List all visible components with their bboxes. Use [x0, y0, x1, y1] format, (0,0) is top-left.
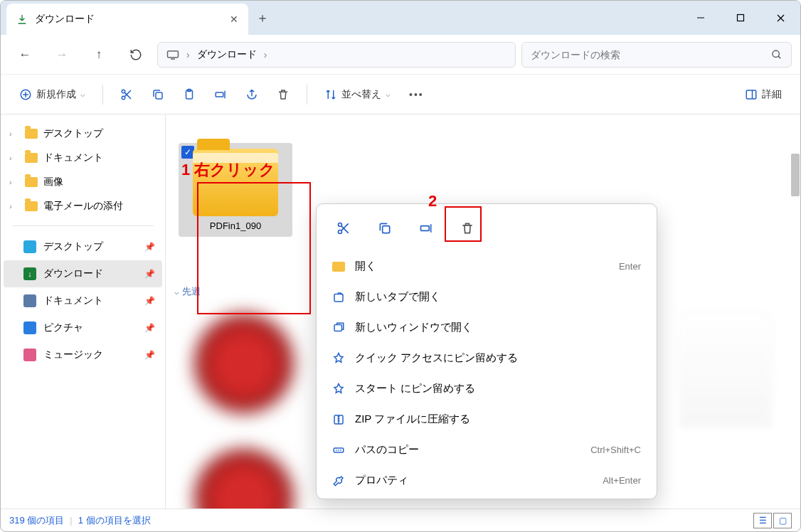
- context-menu-item[interactable]: 新しいタブで開く: [317, 282, 657, 312]
- ctx-copy-button[interactable]: [368, 214, 402, 243]
- delete-button[interactable]: [270, 82, 297, 107]
- quick-access-label: ダウンロード: [43, 267, 103, 280]
- details-label: 詳細: [762, 88, 782, 101]
- sort-button[interactable]: 並べ替え ⌵: [317, 82, 398, 107]
- scrollbar-thumb[interactable]: [791, 154, 800, 196]
- view-icons-button[interactable]: ▢: [773, 513, 792, 528]
- monitor-icon: [166, 50, 179, 60]
- tree-item-label: ドキュメント: [43, 151, 103, 164]
- search-box[interactable]: [521, 42, 792, 68]
- sidebar[interactable]: ›デスクトップ›ドキュメント›画像›電子メールの添付 デスクトップ📌↓ダウンロー…: [1, 115, 166, 509]
- tree-item[interactable]: ›電子メールの添付: [4, 194, 162, 218]
- rename-icon: [419, 221, 433, 235]
- tree-item[interactable]: ›画像: [4, 170, 162, 194]
- view-details-button[interactable]: ☰: [753, 513, 772, 528]
- back-button[interactable]: ←: [9, 41, 41, 69]
- quick-access-icon: [23, 349, 36, 361]
- context-menu-item[interactable]: ZIP ファイルに圧縮する: [317, 404, 657, 435]
- share-button[interactable]: [238, 82, 265, 107]
- close-tab-icon[interactable]: ✕: [230, 14, 238, 25]
- close-window-button[interactable]: [760, 1, 800, 35]
- up-button[interactable]: ↑: [83, 41, 115, 69]
- view-mode-switch: ☰ ▢: [753, 513, 792, 528]
- plus-circle-icon: [19, 88, 32, 101]
- quick-access-item[interactable]: ミュージック📌: [4, 341, 162, 368]
- ctx-cut-button[interactable]: [327, 214, 361, 243]
- blurred-item: [194, 449, 294, 509]
- refresh-button[interactable]: [120, 41, 152, 69]
- context-menu: 開くEnter新しいタブで開く新しいウィンドウで開くクイック アクセスにピン留め…: [316, 203, 657, 499]
- folder-icon: [25, 153, 38, 163]
- svg-rect-29: [334, 294, 343, 302]
- paste-button[interactable]: [176, 82, 203, 107]
- chevron-right-icon: ›: [186, 49, 190, 60]
- new-tab-button[interactable]: ＋: [248, 1, 277, 35]
- svg-rect-18: [216, 92, 223, 97]
- context-menu-item[interactable]: クイック アクセスにピン留めする: [317, 343, 657, 373]
- clipboard-icon: [183, 88, 196, 101]
- status-bar: 319 個の項目 | 1 個の項目を選択 ☰ ▢: [1, 509, 800, 531]
- new-window-icon: [332, 321, 345, 334]
- cut-button[interactable]: [113, 82, 140, 107]
- quick-access-item[interactable]: ピクチャ📌: [4, 314, 162, 341]
- new-button[interactable]: 新規作成 ⌵: [12, 82, 92, 107]
- pin-icon: [332, 352, 345, 365]
- breadcrumb[interactable]: › ダウンロード ›: [157, 42, 516, 68]
- annotation-box-1: [197, 182, 311, 314]
- scissors-icon: [336, 221, 351, 235]
- tree-item-label: 画像: [43, 176, 63, 188]
- context-menu-label: 開く: [355, 260, 376, 273]
- quick-access-label: ミュージック: [43, 349, 103, 361]
- context-menu-item[interactable]: 新しいウィンドウで開く: [317, 312, 657, 343]
- details-pane-button[interactable]: 詳細: [738, 82, 789, 107]
- copy-button[interactable]: [144, 82, 171, 107]
- quick-access-item[interactable]: デスクトップ📌: [4, 233, 162, 260]
- svg-rect-30: [334, 324, 342, 331]
- rename-button[interactable]: [207, 82, 234, 107]
- svg-point-22: [339, 223, 342, 227]
- ctx-rename-button[interactable]: [409, 214, 443, 243]
- svg-rect-1: [738, 15, 744, 21]
- context-menu-item[interactable]: プロパティAlt+Enter: [317, 465, 657, 496]
- svg-rect-27: [421, 226, 430, 231]
- svg-rect-20: [746, 90, 756, 99]
- svg-point-11: [122, 90, 125, 93]
- context-menu-item[interactable]: 開くEnter: [317, 251, 657, 282]
- svg-point-23: [339, 230, 342, 234]
- chevron-down-icon: ⌵: [386, 90, 391, 99]
- pin-icon: 📌: [144, 323, 155, 333]
- more-button[interactable]: •••: [402, 82, 431, 107]
- tab-title: ダウンロード: [35, 13, 223, 26]
- context-menu-label: ZIP ファイルに圧縮する: [355, 413, 470, 426]
- quick-access-item[interactable]: ↓ダウンロード📌: [4, 260, 162, 287]
- download-icon: [16, 14, 28, 25]
- pin-icon: [332, 383, 345, 395]
- pin-icon: 📌: [144, 296, 155, 306]
- context-menu-item[interactable]: スタート にピン留めする: [317, 373, 657, 404]
- context-menu-label: クイック アクセスにピン留めする: [355, 351, 518, 365]
- titlebar: ダウンロード ✕ ＋: [1, 1, 800, 35]
- chevron-right-icon: ›: [9, 129, 19, 138]
- tab-downloads[interactable]: ダウンロード ✕: [6, 4, 248, 35]
- context-menu-label: 新しいタブで開く: [355, 290, 440, 304]
- context-menu-item[interactable]: パスのコピーCtrl+Shift+C: [317, 435, 657, 465]
- sidebar-divider: [12, 225, 154, 226]
- annotation-2: 2: [428, 192, 437, 211]
- copy-icon: [152, 88, 164, 101]
- breadcrumb-location[interactable]: ダウンロード: [197, 48, 257, 61]
- tree-item[interactable]: ›ドキュメント: [4, 146, 162, 170]
- maximize-button[interactable]: [721, 1, 760, 35]
- minimize-button[interactable]: [681, 1, 721, 35]
- svg-point-12: [122, 96, 125, 100]
- forward-button[interactable]: →: [46, 41, 78, 69]
- search-input[interactable]: [531, 49, 771, 60]
- quick-access-item[interactable]: ドキュメント📌: [4, 287, 162, 314]
- details-preview: [679, 314, 772, 427]
- ellipsis-icon: •••: [409, 89, 424, 100]
- blurred-item: [194, 314, 294, 413]
- new-tab-icon: [332, 291, 345, 304]
- folder-icon: [25, 129, 38, 139]
- status-item-count: 319 個の項目: [9, 514, 64, 527]
- tree-item[interactable]: ›デスクトップ: [4, 122, 162, 146]
- search-icon: [771, 49, 783, 60]
